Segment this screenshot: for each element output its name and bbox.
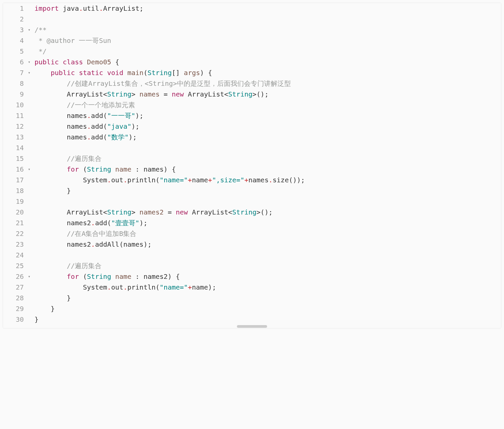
code-line[interactable]: System.out.println("name="+name+",size="… [35,175,501,185]
line-number[interactable]: 9 [3,89,24,100]
code-line[interactable]: public class Demo05 { [35,57,501,67]
code-line[interactable]: for (String name : names) { [35,164,501,175]
line-number[interactable]: 27 [3,282,24,293]
fold-marker[interactable]: ▾ [26,271,32,282]
fold-marker[interactable] [26,46,32,57]
code-line[interactable]: */ [35,46,501,57]
fold-marker[interactable] [26,260,32,271]
fold-marker[interactable]: ▾ [26,67,32,78]
line-number[interactable]: 4 [3,35,24,46]
fold-marker[interactable] [26,282,32,293]
fold-marker[interactable] [26,121,32,132]
code-line[interactable]: } [35,303,501,314]
code-punct: ; [147,240,151,248]
code-line[interactable]: //一个一个地添加元素 [35,100,501,110]
code-content[interactable]: import java.util.ArrayList; /** * @autho… [33,3,501,325]
code-line[interactable]: ArrayList<String> names2 = new ArrayList… [35,207,501,218]
line-number[interactable]: 19 [3,196,24,207]
code-line[interactable]: public static void main(String[] args) { [35,67,501,78]
fold-marker[interactable] [26,153,32,164]
class-name: Demo05 [87,58,111,66]
line-number[interactable]: 25 [3,260,24,271]
code-line[interactable]: System.out.println("name="+name); [35,282,501,293]
line-number[interactable]: 30 [3,314,24,325]
fold-marker[interactable] [26,218,32,228]
code-line[interactable] [35,14,501,24]
code-punct: . [91,240,95,248]
line-number[interactable]: 14 [3,142,24,153]
code-line[interactable]: //遍历集合 [35,260,501,271]
line-number[interactable]: 13 [3,132,24,142]
line-number[interactable]: 16 [3,164,24,175]
class-name: System [83,176,107,184]
code-line[interactable]: names2.add("壹壹哥"); [35,218,501,228]
fold-marker[interactable]: ▾ [26,57,32,67]
line-number[interactable]: 18 [3,185,24,196]
code-line[interactable]: } [35,314,501,325]
fold-marker[interactable] [26,14,32,24]
line-number[interactable]: 2 [3,14,24,24]
code-line[interactable]: import java.util.ArrayList; [35,3,501,14]
line-number[interactable]: 12 [3,121,24,132]
fold-marker[interactable] [26,314,32,325]
code-line[interactable]: } [35,293,501,303]
fold-marker[interactable] [26,142,32,153]
line-number[interactable]: 3 [3,24,24,35]
line-number[interactable]: 17 [3,175,24,185]
line-number[interactable]: 6 [3,57,24,67]
line-number[interactable]: 15 [3,153,24,164]
fold-marker[interactable]: ▾ [26,164,32,175]
line-number[interactable]: 11 [3,110,24,121]
fold-marker[interactable] [26,250,32,260]
code-line[interactable]: //遍历集合 [35,153,501,164]
line-number[interactable]: 7 [3,67,24,78]
fold-marker[interactable] [26,35,32,46]
fold-marker[interactable] [26,228,32,239]
line-number[interactable]: 29 [3,303,24,314]
line-number[interactable]: 1 [3,3,24,14]
line-number[interactable]: 22 [3,228,24,239]
code-line[interactable] [35,196,501,207]
code-line[interactable]: } [35,185,501,196]
line-number[interactable]: 8 [3,78,24,89]
line-number[interactable]: 24 [3,250,24,260]
line-number[interactable]: 20 [3,207,24,218]
code-line[interactable]: //创建ArrayList集合，<String>中的是泛型，后面我们会专门讲解泛… [35,78,501,89]
code-line[interactable]: for (String name : names2) { [35,271,501,282]
line-number[interactable]: 5 [3,46,24,57]
line-number[interactable]: 28 [3,293,24,303]
code-line[interactable]: /** [35,24,501,35]
fold-marker[interactable] [26,185,32,196]
code-line[interactable]: names.add("java"); [35,121,501,132]
horizontal-scrollbar[interactable] [3,325,501,328]
fold-marker[interactable] [26,239,32,250]
fold-marker[interactable] [26,303,32,314]
fold-marker[interactable] [26,89,32,100]
fold-marker[interactable] [26,110,32,121]
code-line[interactable] [35,250,501,260]
fold-marker[interactable] [26,132,32,142]
code-line[interactable]: names.add("数学"); [35,132,501,142]
scrollbar-thumb[interactable] [237,325,267,328]
fold-marker[interactable] [26,207,32,218]
code-line[interactable]: //在A集合中追加B集合 [35,228,501,239]
fold-marker[interactable]: ▾ [26,24,32,35]
fold-marker[interactable] [26,3,32,14]
line-number[interactable]: 23 [3,239,24,250]
fold-marker[interactable] [26,196,32,207]
code-editor[interactable]: 1 2 3 4 5 6 7 8 9 10 11 12 13 14 15 16 1… [3,3,501,325]
line-number[interactable]: 21 [3,218,24,228]
code-punct: ; [212,283,216,291]
fold-marker[interactable] [26,100,32,110]
code-line[interactable]: * @author 一一哥Sun [35,35,501,46]
fold-marker[interactable] [26,293,32,303]
code-line[interactable]: names2.addAll(names); [35,239,501,250]
line-number[interactable]: 10 [3,100,24,110]
fold-marker[interactable] [26,78,32,89]
code-line[interactable]: names.add("一一哥"); [35,110,501,121]
method-name: size [273,176,289,184]
fold-marker[interactable] [26,175,32,185]
code-line[interactable]: ArrayList<String> names = new ArrayList<… [35,89,501,100]
line-number[interactable]: 26 [3,271,24,282]
code-line[interactable] [35,142,501,153]
